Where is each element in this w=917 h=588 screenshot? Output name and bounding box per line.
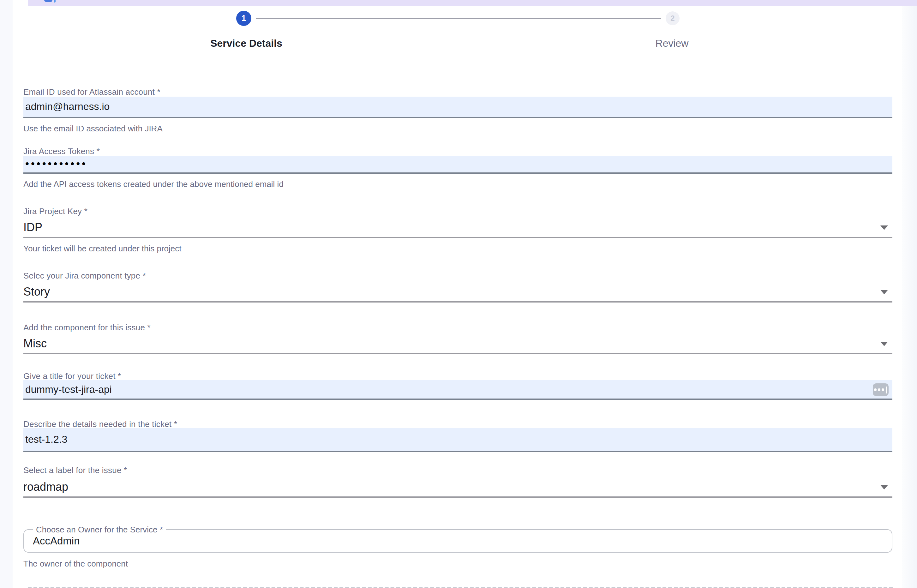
tokens-helper-text: Add the API access tokens created under …: [23, 179, 892, 189]
clipped-bottom-content: [28, 586, 893, 588]
email-input-value: admin@harness.io: [25, 101, 110, 112]
project-key-helper-text: Your ticket will be created under this p…: [23, 244, 892, 253]
issue-label-label: Select a label for the issue *: [23, 465, 892, 474]
email-helper-text: Use the email ID associated with JIRA: [23, 124, 892, 133]
caret-down-icon[interactable]: [880, 226, 888, 230]
project-key-label: Jira Project Key *: [23, 207, 892, 215]
caret-down-icon[interactable]: [880, 290, 888, 294]
email-field-label: Email ID used for Atlassain account *: [23, 87, 892, 97]
tokens-field-label: Jira Access Tokens *: [23, 147, 892, 156]
service-details-form: Email ID used for Atlassain account * ad…: [23, 0, 892, 569]
service-onboarding-page: 1 2 Service Details Review Email ID used…: [0, 0, 917, 588]
ticket-description-input[interactable]: test-1.2.3: [23, 428, 892, 452]
right-page-rail: [902, 0, 917, 588]
left-page-rail: [0, 0, 13, 588]
component-type-label: Selec your Jira component type *: [23, 271, 892, 280]
owner-input[interactable]: Choose an Owner for the Service * AccAdm…: [23, 529, 892, 552]
issue-label-value: roadmap: [23, 480, 68, 494]
tokens-masked-value: •••••••••••: [25, 158, 87, 171]
tokens-password-input[interactable]: •••••••••••: [23, 156, 892, 174]
cursor-bar: [886, 386, 887, 393]
email-input[interactable]: admin@harness.io: [23, 97, 892, 118]
dot: [881, 389, 884, 391]
caret-down-icon[interactable]: [880, 342, 888, 346]
owner-field-label: Choose an Owner for the Service *: [33, 525, 166, 534]
ticket-title-label: Give a title for your ticket *: [23, 372, 892, 380]
ticket-description-label: Describe the details needed in the ticke…: [23, 419, 892, 428]
owner-helper-text: The owner of the component: [23, 559, 892, 569]
component-value: Misc: [23, 337, 47, 351]
component-select[interactable]: Misc: [23, 335, 892, 354]
dot: [874, 389, 876, 391]
component-type-select[interactable]: Story: [23, 283, 892, 302]
owner-value: AccAdmin: [33, 535, 80, 547]
component-type-value: Story: [23, 286, 50, 299]
issue-label-select[interactable]: roadmap: [23, 478, 892, 498]
ticket-title-value: dummy-test-jira-api: [25, 384, 112, 395]
caret-down-icon[interactable]: [880, 485, 888, 489]
ticket-title-input[interactable]: dummy-test-jira-api: [23, 380, 892, 400]
project-key-select[interactable]: IDP: [23, 218, 892, 238]
dot: [878, 389, 880, 391]
ticket-description-value: test-1.2.3: [25, 434, 67, 445]
project-key-value: IDP: [23, 221, 42, 234]
autofill-ellipsis-icon[interactable]: [873, 383, 889, 396]
component-label: Add the component for this issue *: [23, 323, 892, 331]
